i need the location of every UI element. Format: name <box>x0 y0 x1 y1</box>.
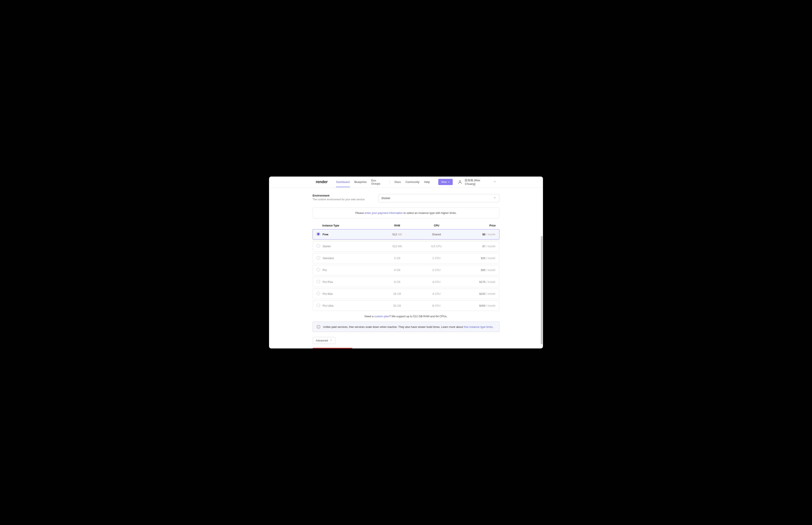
environment-field: Environment The runtime environment for … <box>313 194 499 202</box>
advanced-label: Advanced <box>316 339 328 342</box>
tier-row-pro[interactable]: Pro4 GB2 CPU$85 / month <box>313 265 499 275</box>
tier-ram: 512 MB <box>378 233 417 236</box>
tier-table-header: Instance Type RAM CPU Price <box>313 222 499 229</box>
environment-title: Environment <box>313 194 372 197</box>
nav-docs[interactable]: Docs <box>395 177 401 187</box>
custom-plan-prefix: Need a <box>365 315 374 318</box>
environment-desc: The runtime environment for your web ser… <box>313 198 372 201</box>
tier-ram: 4 GB <box>378 268 417 272</box>
header-cpu: CPU <box>417 224 456 227</box>
info-icon <box>316 325 321 329</box>
tier-row-standard[interactable]: Standard2 GB1 CPU$25 / month <box>313 253 499 263</box>
tier-name: Pro Plus <box>323 280 378 284</box>
annotation-highlight: Create Web Service <box>313 348 353 348</box>
nav-blueprints[interactable]: Blueprints <box>354 177 367 187</box>
tier-cpu: 0.5 CPU <box>417 245 456 248</box>
advanced-toggle[interactable]: Advanced <box>313 337 336 344</box>
custom-plan-suffix: ? We support up to 512 GB RAM and 64 CPU… <box>389 315 447 318</box>
topbar: render Dashboard Blueprints Env Groups D… <box>269 177 543 188</box>
tier-ram: 8 GB <box>378 280 417 284</box>
plus-icon: + <box>448 180 450 183</box>
tier-price: $85 / month <box>456 268 496 272</box>
tier-name: Standard <box>323 257 378 260</box>
tier-ram: 16 GB <box>378 292 417 295</box>
tier-name: Starter <box>323 245 378 248</box>
main-content: Environment The runtime environment for … <box>269 188 543 348</box>
tier-price: $0 / month <box>456 233 496 236</box>
chevron-down-icon <box>493 196 496 200</box>
sort-icon <box>330 339 332 342</box>
nav-env-groups[interactable]: Env Groups <box>371 177 385 189</box>
custom-plan-note: Need a custom plan? We support up to 512… <box>313 315 499 318</box>
tier-cpu: 8 CPU <box>417 304 456 307</box>
tier-cpu: 1 CPU <box>417 257 456 260</box>
free-banner-text: Unlike paid services, free services scal… <box>323 325 464 329</box>
tier-radio[interactable] <box>316 268 320 271</box>
chevron-down-icon <box>493 180 496 184</box>
user-menu[interactable]: 莊加旭 (Max Chuang) <box>457 179 496 185</box>
tier-name: Pro <box>323 268 378 272</box>
tier-price: $225 / month <box>456 292 496 295</box>
nav-help[interactable]: Help <box>424 177 430 187</box>
tier-radio[interactable] <box>316 232 320 236</box>
payment-info-link[interactable]: enter your payment information <box>365 211 403 214</box>
tier-radio[interactable] <box>316 304 320 307</box>
free-limits-link[interactable]: free instance type limits <box>464 325 493 329</box>
tier-radio[interactable] <box>316 280 320 283</box>
header-price: Price <box>456 224 496 227</box>
tier-list: Free512 MBShared$0 / monthStarter512 MB0… <box>313 229 499 311</box>
free-tier-info-banner: Unlike paid services, free services scal… <box>313 322 499 332</box>
environment-value: Docker <box>382 196 390 200</box>
tier-row-pro-ultra[interactable]: Pro Ultra32 GB8 CPU$450 / month <box>313 300 499 311</box>
payment-notice: Please enter your payment information to… <box>313 207 499 219</box>
new-button-label: New <box>441 180 447 183</box>
tier-ram: 512 MB <box>378 245 417 248</box>
tier-row-pro-max[interactable]: Pro Max16 GB4 CPU$225 / month <box>313 289 499 299</box>
tier-radio[interactable] <box>316 244 320 247</box>
tier-price: $175 / month <box>456 280 496 284</box>
header-instance-type: Instance Type <box>322 224 378 227</box>
app-window: render Dashboard Blueprints Env Groups D… <box>269 177 543 348</box>
tier-name: Free <box>323 233 378 236</box>
tier-name: Pro Ultra <box>323 304 378 307</box>
payment-notice-suffix: to select an instance type with higher l… <box>403 211 457 214</box>
new-button[interactable]: New + <box>438 179 453 185</box>
tier-row-pro-plus[interactable]: Pro Plus8 GB4 CPU$175 / month <box>313 277 499 287</box>
tier-cpu: 2 CPU <box>417 268 456 272</box>
tier-price: $25 / month <box>456 257 496 260</box>
tier-row-free[interactable]: Free512 MBShared$0 / month <box>313 229 499 240</box>
payment-notice-prefix: Please <box>355 211 365 214</box>
tier-radio[interactable] <box>316 256 320 259</box>
nav-community[interactable]: Community <box>405 177 419 187</box>
brand-logo[interactable]: render <box>316 180 328 184</box>
header-ram: RAM <box>378 224 417 227</box>
tier-price: $7 / month <box>456 245 496 248</box>
user-name: 莊加旭 (Max Chuang) <box>465 179 491 185</box>
tier-ram: 32 GB <box>378 304 417 307</box>
tier-row-starter[interactable]: Starter512 MB0.5 CPU$7 / month <box>313 241 499 252</box>
tier-cpu: 4 CPU <box>417 292 456 295</box>
tier-price: $450 / month <box>456 304 496 307</box>
custom-plan-link[interactable]: custom plan <box>374 315 389 318</box>
primary-nav: Dashboard Blueprints Env Groups Docs Com… <box>336 177 430 189</box>
tier-cpu: 4 CPU <box>417 280 456 284</box>
tier-cpu: Shared <box>417 233 456 236</box>
svg-point-0 <box>459 180 461 182</box>
environment-select[interactable]: Docker <box>379 194 499 202</box>
free-banner-suffix: . <box>493 325 493 329</box>
tier-radio[interactable] <box>316 292 320 295</box>
tier-name: Pro Max <box>323 292 378 295</box>
tier-ram: 2 GB <box>378 257 417 260</box>
user-icon <box>457 179 463 185</box>
scrollbar-thumb[interactable] <box>541 236 543 344</box>
nav-dashboard[interactable]: Dashboard <box>336 177 350 187</box>
